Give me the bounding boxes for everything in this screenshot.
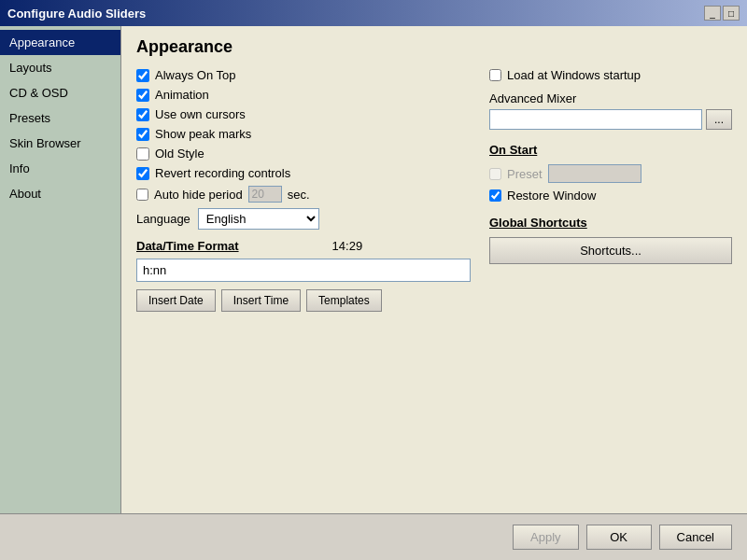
insert-date-button[interactable]: Insert Date [136, 289, 216, 312]
use-own-cursors-checkbox[interactable] [136, 108, 149, 121]
sidebar-item-appearance[interactable]: Appearance [0, 30, 120, 55]
old-style-checkbox[interactable] [136, 147, 149, 161]
load-at-startup-checkbox[interactable] [489, 69, 501, 81]
window-title: Configure Audio Sliders [7, 7, 146, 21]
datetime-buttons: Insert Date Insert Time Templates [136, 289, 471, 312]
always-on-top-label: Always On Top [155, 68, 235, 82]
revert-recording-checkbox[interactable] [136, 167, 149, 180]
language-select[interactable]: English German French Spanish [198, 208, 319, 230]
restore-window-row: Restore Window [489, 189, 732, 203]
show-peak-marks-checkbox[interactable] [136, 128, 149, 141]
sidebar-item-presets[interactable]: Presets [0, 105, 120, 131]
content-area: Appearance Always On Top Animation Use o… [121, 26, 747, 513]
preset-label: Preset [507, 167, 543, 181]
preset-row: Preset [489, 164, 732, 183]
auto-hide-unit: sec. [288, 188, 310, 202]
datetime-format-input[interactable] [136, 259, 471, 282]
left-column: Always On Top Animation Use own cursors … [136, 68, 471, 312]
always-on-top-checkbox[interactable] [136, 69, 149, 82]
load-at-startup-label: Load at Windows startup [507, 68, 641, 82]
bottom-bar: Apply OK Cancel [0, 513, 747, 560]
sidebar-item-info[interactable]: Info [0, 156, 120, 181]
language-row: Language English German French Spanish [136, 208, 471, 230]
global-shortcuts-title: Global Shortcuts [489, 216, 732, 230]
load-at-startup-row: Load at Windows startup [489, 68, 732, 82]
advanced-mixer-label: Advanced Mixer [489, 91, 732, 105]
ok-button[interactable]: OK [586, 525, 652, 550]
sidebar-item-skin-browser[interactable]: Skin Browser [0, 131, 120, 156]
datetime-format-label: Data/Time Format [136, 239, 239, 253]
animation-label: Animation [155, 88, 209, 102]
apply-button[interactable]: Apply [513, 525, 579, 550]
checkbox-old-style: Old Style [136, 147, 471, 161]
preset-checkbox[interactable] [489, 168, 501, 180]
auto-hide-input[interactable] [248, 186, 282, 203]
checkbox-revert-recording: Revert recording controls [136, 166, 471, 180]
sidebar-item-about[interactable]: About [0, 181, 120, 206]
use-own-cursors-label: Use own cursors [155, 107, 246, 121]
maximize-button[interactable]: □ [723, 6, 740, 21]
title-bar: Configure Audio Sliders _ □ [0, 0, 747, 26]
main-container: Appearance Layouts CD & OSD Presets Skin… [0, 26, 747, 513]
page-title: Appearance [136, 37, 732, 57]
old-style-label: Old Style [155, 147, 204, 161]
show-peak-marks-label: Show peak marks [155, 127, 251, 141]
revert-recording-label: Revert recording controls [155, 166, 290, 180]
content-columns: Always On Top Animation Use own cursors … [136, 68, 732, 312]
restore-window-label: Restore Window [507, 189, 596, 203]
auto-hide-checkbox[interactable] [136, 189, 148, 201]
shortcuts-button[interactable]: Shortcuts... [489, 237, 732, 264]
sidebar-item-layouts[interactable]: Layouts [0, 55, 120, 80]
insert-time-button[interactable]: Insert Time [221, 289, 301, 312]
auto-hide-row: Auto hide period sec. [136, 186, 471, 203]
sidebar: Appearance Layouts CD & OSD Presets Skin… [0, 26, 121, 513]
on-start-title: On Start [489, 143, 732, 157]
templates-button[interactable]: Templates [306, 289, 382, 312]
animation-checkbox[interactable] [136, 89, 149, 102]
window-controls: _ □ [704, 6, 740, 21]
cancel-button[interactable]: Cancel [659, 525, 732, 550]
advanced-mixer-browse-button[interactable]: ... [706, 109, 732, 130]
restore-window-checkbox[interactable] [489, 189, 501, 202]
advanced-mixer-row: ... [489, 109, 732, 130]
checkbox-animation: Animation [136, 88, 471, 102]
preset-input[interactable] [548, 164, 641, 183]
datetime-preview: 14:29 [332, 239, 363, 253]
right-column: Load at Windows startup Advanced Mixer .… [489, 68, 732, 312]
checkbox-show-peak-marks: Show peak marks [136, 127, 471, 141]
checkbox-use-own-cursors: Use own cursors [136, 107, 471, 121]
auto-hide-label: Auto hide period [154, 188, 243, 202]
minimize-button[interactable]: _ [704, 6, 721, 21]
sidebar-item-cd-osd[interactable]: CD & OSD [0, 80, 120, 105]
language-label: Language [136, 212, 190, 226]
checkbox-always-on-top: Always On Top [136, 68, 471, 82]
advanced-mixer-input[interactable] [489, 109, 702, 130]
datetime-header: Data/Time Format 14:29 [136, 239, 471, 253]
